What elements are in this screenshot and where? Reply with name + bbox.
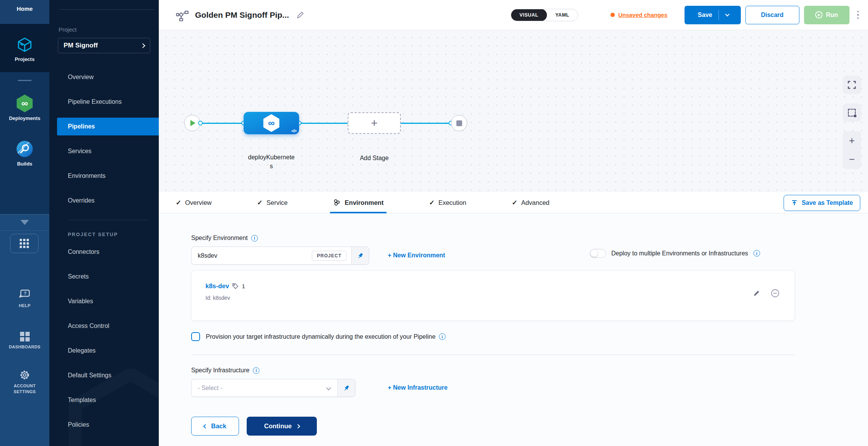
pushpin-icon — [343, 385, 350, 392]
info-icon[interactable]: i — [251, 235, 258, 242]
sidebar-item-templates[interactable]: Templates — [49, 388, 159, 412]
provision-checkbox[interactable] — [191, 332, 200, 341]
run-label: Run — [826, 12, 838, 19]
specify-environment-label: Specify Environment i — [191, 235, 258, 242]
pin-infrastructure-button[interactable] — [337, 379, 355, 397]
sidebar-item-environments[interactable]: Environments — [49, 164, 159, 188]
save-as-template-button[interactable]: Save as Template — [784, 195, 860, 211]
remove-environment-icon[interactable] — [770, 289, 780, 298]
sidebar-item-variables[interactable]: Variables — [49, 289, 159, 314]
pipeline-header: Golden PM Signoff Pip... VISUAL YAML Uns… — [159, 0, 868, 30]
stage-code-icon: </> — [291, 128, 296, 133]
sidebar-item-policies[interactable]: Policies — [49, 412, 159, 437]
sidebar-item-pipeline-executions[interactable]: Pipeline Executions — [49, 90, 159, 114]
infrastructure-select-control: - Select - — [191, 379, 355, 397]
rail-item-projects[interactable]: Projects — [0, 24, 49, 72]
zoom-out-button[interactable]: − — [843, 150, 861, 169]
sidebar-item-services[interactable]: Services — [49, 139, 159, 164]
svg-text:?: ? — [24, 291, 27, 296]
project-setup-label: PROJECT SETUP — [68, 232, 159, 237]
unsaved-changes-link[interactable]: Unsaved changes — [611, 12, 668, 18]
harness-pipeline-studio: Home Projects ∞ Deployments — [0, 0, 868, 446]
rail-divider — [18, 80, 32, 81]
pipeline-canvas[interactable]: ∞ </> deployKubernetes + Add Stage + — [159, 30, 868, 192]
environment-card-name-link[interactable]: k8s-dev — [205, 282, 229, 290]
cd-stage-hexagon-icon: ∞ — [262, 114, 280, 132]
sidebar-item-connectors[interactable]: Connectors — [49, 240, 159, 264]
end-stop-icon — [456, 120, 462, 126]
sidebar-item-pipelines[interactable]: Pipelines — [57, 118, 159, 135]
environment-input[interactable] — [198, 252, 308, 259]
tab-advanced[interactable]: ✓ Advanced — [512, 192, 550, 213]
unsaved-dot-icon — [611, 13, 615, 17]
stage-name-label: deployKubernetes — [243, 153, 300, 171]
edit-title-pencil-icon[interactable] — [296, 11, 304, 19]
deployments-label: Deployments — [9, 115, 40, 121]
tag-count: 1 — [242, 283, 245, 289]
header-kebab-menu[interactable] — [855, 8, 861, 22]
canvas-select-button[interactable] — [843, 103, 861, 122]
pin-environment-button[interactable] — [351, 247, 369, 264]
rail-item-home[interactable]: Home — [0, 0, 49, 24]
info-icon[interactable]: i — [253, 367, 259, 374]
tab-environment[interactable]: Environment — [333, 192, 384, 213]
sidebar-item-overview[interactable]: Overview — [49, 65, 159, 90]
toggle-yaml[interactable]: YAML — [547, 9, 578, 21]
sidebar-item-secrets[interactable]: Secrets — [49, 264, 159, 289]
toggle-visual[interactable]: VISUAL — [511, 9, 547, 21]
projects-cube-icon — [16, 36, 33, 53]
rail-collapse-button[interactable] — [0, 214, 49, 231]
environment-tab-content: Specify Environment i PROJECT — [159, 213, 868, 446]
info-icon[interactable]: i — [754, 250, 760, 257]
add-stage-node[interactable]: + — [348, 112, 401, 134]
zoom-in-button[interactable]: + — [843, 131, 861, 150]
infrastructure-select[interactable]: - Select - — [192, 379, 337, 397]
tab-overview[interactable]: ✓ Overview — [176, 192, 212, 213]
collapse-triangle-icon — [20, 220, 29, 225]
edge-start-to-stage — [200, 123, 244, 124]
project-selector[interactable]: PM Signoff — [58, 38, 150, 53]
deploy-multiple-toggle-row: Deploy to multiple Environments or Infra… — [590, 249, 760, 258]
rail-item-deployments[interactable]: ∞ Deployments — [0, 95, 49, 121]
sidebar-item-default-settings[interactable]: Default Settings — [49, 363, 159, 388]
run-button[interactable]: Run — [804, 6, 849, 24]
sidebar-item-overrides[interactable]: Overrides — [49, 188, 159, 213]
stage-node-deploy-kubernetes[interactable]: ∞ </> — [244, 112, 299, 134]
module-rail: Home Projects ∞ Deployments — [0, 0, 49, 446]
canvas-zoom-controls: + − — [843, 131, 861, 169]
continue-button[interactable]: Continue — [247, 417, 317, 436]
check-icon: ✓ — [429, 199, 434, 207]
rail-item-account-settings[interactable]: ACCOUNTSETTINGS — [0, 370, 49, 395]
back-button[interactable]: Back — [191, 417, 239, 436]
deploy-multiple-toggle[interactable] — [590, 249, 606, 258]
discard-button[interactable]: Discard — [745, 6, 799, 24]
sidebar-section-divider — [68, 220, 149, 220]
tag-icon — [232, 283, 239, 289]
fullscreen-icon — [848, 81, 856, 89]
check-icon: ✓ — [257, 199, 262, 207]
pipeline-end-node[interactable] — [451, 115, 467, 131]
rail-item-help[interactable]: ? HELP — [0, 289, 49, 309]
project-sidebar: Project PM Signoff Overview Pipeline Exe… — [49, 0, 159, 446]
tab-service[interactable]: ✓ Service — [257, 192, 288, 213]
module-selector-button[interactable] — [10, 234, 39, 253]
save-split-button[interactable]: Save — [685, 6, 741, 24]
stage-tabbar: ✓ Overview ✓ Service Environment ✓ Execu… — [159, 192, 868, 213]
sidebar-top-divider — [59, 9, 154, 10]
new-infrastructure-link[interactable]: + New Infrastructure — [388, 384, 447, 391]
tab-execution[interactable]: ✓ Execution — [429, 192, 466, 213]
chevron-left-icon — [203, 424, 207, 428]
pushpin-icon — [357, 252, 364, 259]
new-environment-link[interactable]: + New Environment — [388, 252, 445, 259]
canvas-fullscreen-button[interactable] — [843, 76, 861, 94]
info-icon[interactable]: i — [439, 333, 446, 340]
rail-item-dashboards[interactable]: DASHBOARDS — [0, 332, 49, 350]
chevron-down-icon — [725, 12, 729, 16]
sidebar-item-access-control[interactable]: Access Control — [49, 314, 159, 338]
sidebar-item-delegates[interactable]: Delegates — [49, 338, 159, 363]
rail-item-builds[interactable]: Builds — [0, 140, 49, 167]
edit-environment-pencil-icon[interactable] — [753, 289, 760, 297]
projects-label: Projects — [15, 56, 34, 62]
specify-infrastructure-label: Specify Infrastructure i — [191, 367, 259, 374]
save-dropdown-button[interactable] — [719, 14, 736, 16]
